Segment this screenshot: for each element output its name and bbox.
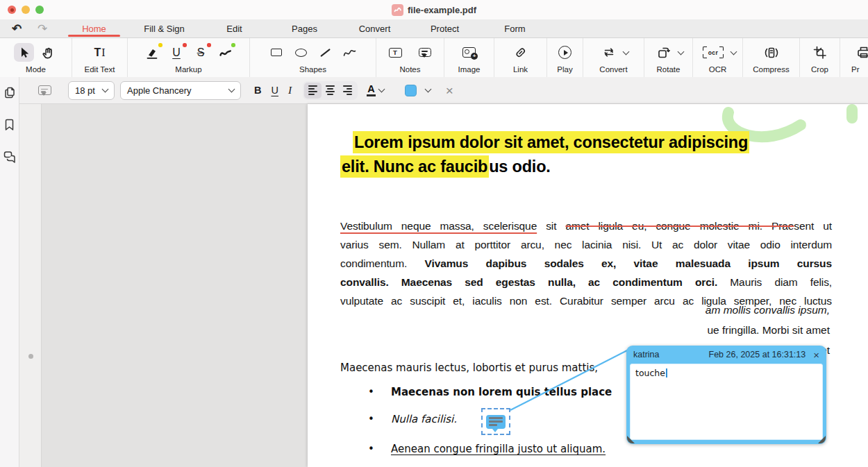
tab-protect[interactable]: Protect [410, 19, 480, 37]
document-canvas: Lorem ipsum dolor sit amet, consectetur … [19, 104, 868, 467]
align-center-button[interactable] [322, 83, 339, 99]
play-button[interactable] [555, 43, 575, 62]
crop-button[interactable] [810, 43, 830, 62]
ocr-brackets-icon: ocr [703, 46, 724, 58]
ribbon-group-edit-text: T I Edit Text [72, 38, 128, 77]
rectangle-shape-button[interactable] [267, 43, 287, 62]
resize-handle-left[interactable] [627, 436, 635, 443]
annotation-color-button[interactable] [405, 85, 431, 96]
underline-button[interactable]: U [271, 85, 278, 96]
rotate-button[interactable] [656, 43, 672, 62]
strikeout-tool-button[interactable]: S [191, 43, 211, 62]
comments-panel-button[interactable] [3, 150, 17, 163]
convert-dropdown-chevron-icon[interactable] [623, 48, 630, 55]
compress-button[interactable] [761, 43, 781, 62]
tab-edit[interactable]: Edit [199, 19, 269, 37]
underline-tool-button[interactable]: U [167, 43, 187, 62]
tab-form[interactable]: Form [480, 19, 550, 37]
ocr-button[interactable]: ocr [701, 43, 725, 62]
font-family-value: Apple Chancery [127, 85, 192, 96]
freehand-squiggle-icon [343, 47, 356, 58]
ribbon-group-print: Pr [840, 38, 868, 77]
group-label-convert: Convert [599, 65, 627, 74]
insert-image-button[interactable]: + [459, 43, 479, 62]
italic-button[interactable]: I [288, 85, 292, 96]
comment-annotation[interactable] [481, 408, 510, 435]
tab-pages[interactable]: Pages [269, 19, 340, 37]
text-color-chevron-icon [378, 86, 385, 93]
highlight-color-dot [158, 43, 162, 47]
document-heading: Lorem ipsum dolor sit amet, consectetur … [340, 130, 833, 179]
rotate-page-icon [657, 46, 671, 59]
ocr-badge-text: ocr [708, 49, 719, 56]
red-struck-text: amet ligula eu, congue molestie mi. Prae [565, 220, 794, 232]
ribbon-toolbar: Mode T I Edit Text U [0, 38, 868, 77]
page-thumbnails-button[interactable] [3, 86, 16, 99]
chat-bubbles-icon [3, 150, 17, 163]
list-item: • Aenean congue fringilla justo ut aliqu… [368, 443, 606, 455]
strikeout-s-icon: S [197, 46, 205, 59]
comment-bubble-icon [419, 48, 431, 57]
comment-note-button[interactable] [415, 43, 435, 62]
strikeout-color-dot [207, 43, 211, 47]
undo-icon[interactable]: ↶ [12, 21, 22, 37]
color-swatch [405, 85, 417, 96]
print-button[interactable] [853, 43, 868, 62]
group-label-rotate: Rotate [657, 65, 681, 74]
rectangle-icon [271, 49, 282, 56]
ocr-dropdown-chevron-icon[interactable] [731, 48, 737, 55]
text-color-button[interactable]: A [367, 84, 383, 97]
group-label-mode: Mode [26, 65, 46, 74]
convert-button[interactable] [601, 43, 617, 62]
tab-home[interactable]: Home [59, 19, 129, 37]
group-label-play: Play [557, 65, 572, 74]
tab-convert[interactable]: Convert [340, 19, 410, 37]
align-right-button[interactable] [339, 83, 356, 99]
group-label-link: Link [513, 65, 528, 74]
rotate-dropdown-chevron-icon[interactable] [678, 48, 685, 55]
hand-mode-button[interactable] [38, 43, 58, 62]
bold-button[interactable]: B [254, 85, 261, 96]
alignment-group [303, 81, 358, 100]
group-label-ocr: OCR [709, 65, 727, 74]
font-size-select[interactable]: 18 pt [68, 81, 115, 100]
align-left-button[interactable] [304, 83, 322, 99]
freehand-shape-button[interactable] [340, 43, 360, 62]
redo-icon[interactable]: ↷ [37, 21, 47, 37]
hand-icon [42, 46, 54, 59]
line-shape-button[interactable] [315, 43, 335, 62]
bookmarks-button[interactable] [3, 118, 16, 131]
edit-text-button[interactable]: T I [88, 43, 112, 62]
list-intro-text: Maecenas mauris lectus, lobortis et puru… [340, 362, 598, 374]
resize-handle-right[interactable] [818, 436, 826, 443]
line-icon [320, 49, 331, 57]
comment-text-area[interactable]: touche [630, 364, 823, 440]
draw-pen-tool-button[interactable] [215, 43, 235, 62]
select-mode-button[interactable] [14, 43, 34, 62]
ellipse-shape-button[interactable] [291, 43, 311, 62]
draw-color-dot [231, 43, 235, 47]
comment-close-icon[interactable]: × [813, 350, 819, 360]
close-format-bar-button[interactable]: × [446, 84, 453, 97]
play-icon [558, 46, 571, 59]
font-size-chevron-icon [102, 86, 109, 93]
text-box-note-button[interactable]: T [385, 43, 406, 62]
note-comment-icon[interactable] [38, 85, 51, 95]
panel-resize-handle[interactable] [28, 354, 33, 359]
font-family-select[interactable]: Apple Chancery [120, 81, 241, 100]
list-item: • Maecenas non lorem quis tellus place [368, 386, 612, 398]
tab-fill-sign[interactable]: Fill & Sign [129, 19, 199, 37]
red-underlined-text: Vestibulum neque massa, scelerisque [340, 220, 537, 232]
group-label-compress: Compress [753, 65, 789, 74]
group-label-notes: Notes [399, 65, 420, 74]
comment-text: touche [635, 368, 665, 378]
ribbon-tabs: Home Fill & Sign Edit Pages Convert Prot… [59, 19, 550, 37]
window-title: file-example.pdf [408, 5, 476, 15]
ribbon-group-convert: Convert [583, 38, 644, 77]
comment-popup-header[interactable]: katrina Feb 26, 2025 at 16:31:13 × [626, 346, 826, 364]
ribbon-group-play: Play [547, 38, 583, 77]
highlight-tool-button[interactable] [142, 43, 162, 62]
group-label-print: Pr [851, 65, 860, 74]
ribbon-group-notes: T Notes [376, 38, 444, 77]
insert-link-button[interactable] [510, 43, 531, 62]
